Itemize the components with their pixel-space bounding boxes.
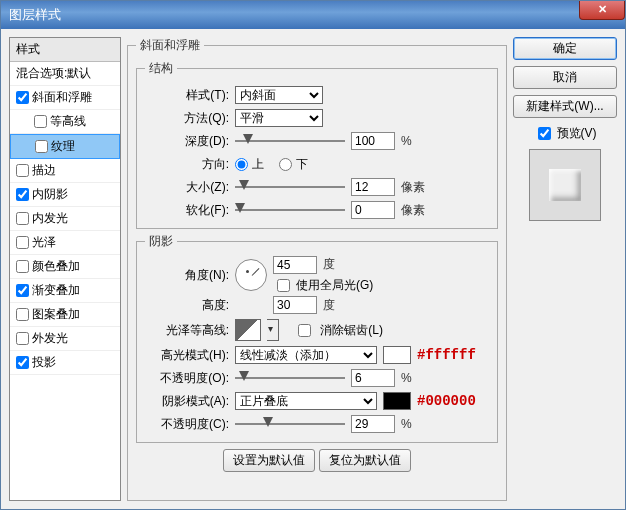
style-item-checkbox[interactable] bbox=[16, 260, 29, 273]
style-item-checkbox[interactable] bbox=[16, 284, 29, 297]
shadow-opacity-unit: % bbox=[401, 417, 412, 431]
direction-up-radio[interactable] bbox=[235, 158, 248, 171]
style-item-label: 描边 bbox=[32, 162, 56, 179]
shadow-opacity-input[interactable] bbox=[351, 415, 395, 433]
style-item[interactable]: 描边 bbox=[10, 159, 120, 183]
bevel-panel: 斜面和浮雕 结构 样式(T): 内斜面 方法(Q): 平滑 深度(D): bbox=[127, 37, 507, 501]
style-label: 样式(T): bbox=[145, 87, 229, 104]
size-input[interactable] bbox=[351, 178, 395, 196]
highlight-opacity-unit: % bbox=[401, 371, 412, 385]
shading-group: 阴影 角度(N): 度 使用全局光(G) bbox=[136, 233, 498, 443]
style-select[interactable]: 内斜面 bbox=[235, 86, 323, 104]
reset-default-button[interactable]: 复位为默认值 bbox=[319, 449, 411, 472]
blending-options-row[interactable]: 混合选项:默认 bbox=[10, 62, 120, 86]
style-item-label: 颜色叠加 bbox=[32, 258, 80, 275]
blending-options-label: 混合选项:默认 bbox=[16, 65, 91, 82]
altitude-input[interactable] bbox=[273, 296, 317, 314]
titlebar: 图层样式 ✕ bbox=[1, 1, 625, 29]
structure-group: 结构 样式(T): 内斜面 方法(Q): 平滑 深度(D): % bbox=[136, 60, 498, 229]
new-style-button[interactable]: 新建样式(W)... bbox=[513, 95, 617, 118]
style-item-checkbox[interactable] bbox=[16, 308, 29, 321]
angle-input[interactable] bbox=[273, 256, 317, 274]
preview-thumbnail bbox=[529, 149, 601, 221]
soften-slider[interactable] bbox=[235, 202, 345, 218]
style-item-checkbox[interactable] bbox=[16, 356, 29, 369]
style-item-label: 内阴影 bbox=[32, 186, 68, 203]
style-item[interactable]: 内发光 bbox=[10, 207, 120, 231]
global-light-label: 使用全局光(G) bbox=[296, 277, 373, 294]
highlight-opacity-slider[interactable] bbox=[235, 370, 345, 386]
highlight-opacity-input[interactable] bbox=[351, 369, 395, 387]
direction-down-label: 下 bbox=[296, 156, 308, 173]
highlight-mode-select[interactable]: 线性减淡（添加） bbox=[235, 346, 377, 364]
gloss-contour-dropdown[interactable] bbox=[267, 319, 279, 341]
technique-label: 方法(Q): bbox=[145, 110, 229, 127]
preview-checkbox[interactable] bbox=[538, 127, 551, 140]
highlight-mode-label: 高光模式(H): bbox=[145, 347, 229, 364]
size-label: 大小(Z): bbox=[145, 179, 229, 196]
style-item-label: 投影 bbox=[32, 354, 56, 371]
shadow-mode-label: 阴影模式(A): bbox=[145, 393, 229, 410]
direction-up-label: 上 bbox=[252, 156, 264, 173]
styles-header[interactable]: 样式 bbox=[10, 38, 120, 62]
style-item-label: 外发光 bbox=[32, 330, 68, 347]
style-item[interactable]: 图案叠加 bbox=[10, 303, 120, 327]
angle-label: 角度(N): bbox=[145, 267, 229, 284]
style-item[interactable]: 外发光 bbox=[10, 327, 120, 351]
style-item-checkbox[interactable] bbox=[16, 332, 29, 345]
style-item-checkbox[interactable] bbox=[34, 115, 47, 128]
shadow-opacity-slider[interactable] bbox=[235, 416, 345, 432]
antialias-label: 消除锯齿(L) bbox=[320, 322, 383, 339]
shadow-color-hex: #000000 bbox=[417, 393, 476, 409]
cancel-button[interactable]: 取消 bbox=[513, 66, 617, 89]
direction-label: 方向: bbox=[145, 156, 229, 173]
style-item[interactable]: 斜面和浮雕 bbox=[10, 86, 120, 110]
style-item[interactable]: 光泽 bbox=[10, 231, 120, 255]
style-item-label: 渐变叠加 bbox=[32, 282, 80, 299]
style-item[interactable]: 等高线 bbox=[10, 110, 120, 134]
style-item-label: 斜面和浮雕 bbox=[32, 89, 92, 106]
bevel-preview-icon bbox=[549, 169, 581, 201]
style-item-checkbox[interactable] bbox=[16, 212, 29, 225]
style-item[interactable]: 颜色叠加 bbox=[10, 255, 120, 279]
direction-down-radio[interactable] bbox=[279, 158, 292, 171]
global-light-checkbox[interactable] bbox=[277, 279, 290, 292]
depth-unit: % bbox=[401, 134, 412, 148]
antialias-checkbox[interactable] bbox=[298, 324, 311, 337]
style-item-checkbox[interactable] bbox=[16, 188, 29, 201]
make-default-button[interactable]: 设置为默认值 bbox=[223, 449, 315, 472]
altitude-label: 高度: bbox=[145, 297, 229, 314]
highlight-color-hex: #ffffff bbox=[417, 347, 476, 363]
style-item-checkbox[interactable] bbox=[35, 140, 48, 153]
depth-slider[interactable] bbox=[235, 133, 345, 149]
style-item-label: 等高线 bbox=[50, 113, 86, 130]
shadow-mode-select[interactable]: 正片叠底 bbox=[235, 392, 377, 410]
size-slider[interactable] bbox=[235, 179, 345, 195]
style-item-label: 图案叠加 bbox=[32, 306, 80, 323]
style-item-checkbox[interactable] bbox=[16, 236, 29, 249]
style-item[interactable]: 纹理 bbox=[10, 134, 120, 159]
style-item[interactable]: 投影 bbox=[10, 351, 120, 375]
technique-select[interactable]: 平滑 bbox=[235, 109, 323, 127]
style-item-label: 纹理 bbox=[51, 138, 75, 155]
style-item[interactable]: 渐变叠加 bbox=[10, 279, 120, 303]
style-item-checkbox[interactable] bbox=[16, 164, 29, 177]
depth-input[interactable] bbox=[351, 132, 395, 150]
soften-input[interactable] bbox=[351, 201, 395, 219]
angle-dial[interactable] bbox=[235, 259, 267, 291]
close-button[interactable]: ✕ bbox=[579, 1, 625, 20]
altitude-unit: 度 bbox=[323, 297, 335, 314]
preview-label: 预览(V) bbox=[557, 125, 597, 142]
ok-button[interactable]: 确定 bbox=[513, 37, 617, 60]
style-item-checkbox[interactable] bbox=[16, 91, 29, 104]
gloss-contour-picker[interactable] bbox=[235, 319, 261, 341]
highlight-color-swatch[interactable] bbox=[383, 346, 411, 364]
style-item[interactable]: 内阴影 bbox=[10, 183, 120, 207]
size-unit: 像素 bbox=[401, 179, 425, 196]
soften-label: 软化(F): bbox=[145, 202, 229, 219]
shadow-color-swatch[interactable] bbox=[383, 392, 411, 410]
style-item-label: 内发光 bbox=[32, 210, 68, 227]
structure-legend: 结构 bbox=[145, 60, 177, 77]
depth-label: 深度(D): bbox=[145, 133, 229, 150]
window-title: 图层样式 bbox=[9, 6, 61, 24]
